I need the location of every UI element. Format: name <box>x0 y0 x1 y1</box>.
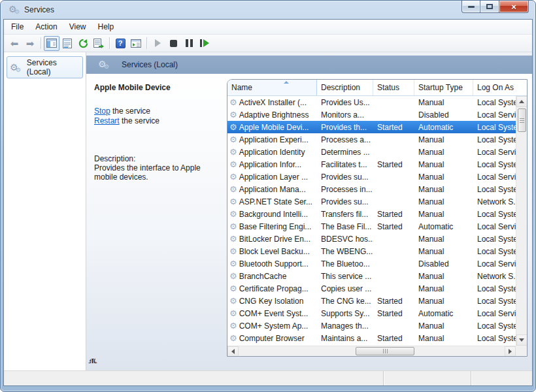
service-description-cell: Manages th... <box>317 319 373 332</box>
service-log-on-as-cell: Local Syste... <box>473 96 516 108</box>
export-list-button[interactable] <box>91 36 107 51</box>
service-row[interactable]: ⚙Application Infor... Facilitates t... S… <box>227 158 516 171</box>
service-startup-type-cell: Manual <box>414 282 473 295</box>
service-row[interactable]: ⚙COM+ System Ap... Manages th... Manual … <box>227 319 516 332</box>
service-gear-icon: ⚙ <box>229 148 237 156</box>
services-gear-icon: ⚙⚙ <box>10 63 20 73</box>
show-console-tree-button[interactable] <box>44 36 59 51</box>
service-row[interactable]: ⚙CNG Key Isolation The CNG ke... Started… <box>227 295 516 307</box>
service-row[interactable]: ⚙ActiveX Installer (... Provides Us... M… <box>227 96 516 108</box>
service-log-on-as-cell: Local Syste... <box>473 245 516 257</box>
service-row[interactable]: ⚙BranchCache This service ... Manual Net… <box>227 270 516 282</box>
service-row[interactable]: ⚙COM+ Event Syst... Supports Sy... Start… <box>227 307 516 319</box>
start-service-icon <box>155 39 161 47</box>
service-log-on-as-cell: Local Servic... <box>473 108 516 121</box>
service-row[interactable]: ⚙Application Identity Determines ... Man… <box>227 146 516 158</box>
column-header-description[interactable]: Description <box>317 80 373 95</box>
selected-service-title: Apple Mobile Device <box>94 83 224 92</box>
menu-file[interactable]: File <box>5 20 29 33</box>
properties-button[interactable] <box>59 36 75 51</box>
service-status-cell <box>373 183 414 195</box>
service-status-cell <box>373 146 414 158</box>
scroll-down-button[interactable] <box>516 335 528 346</box>
status-section <box>383 371 471 385</box>
forward-button[interactable]: ➡ <box>22 36 38 51</box>
column-header-status[interactable]: Status <box>373 80 414 95</box>
toolbar: ⬅ ➡ <box>4 35 532 52</box>
service-log-on-as-cell: Local Syste... <box>473 319 516 332</box>
chevron-up-icon <box>519 100 524 103</box>
start-service-button[interactable] <box>150 36 165 51</box>
refresh-button[interactable] <box>75 36 91 51</box>
service-gear-icon: ⚙ <box>229 272 237 280</box>
restart-service-icon <box>200 39 209 47</box>
service-row[interactable]: ⚙Application Mana... Processes in... Man… <box>227 183 516 195</box>
service-description-cell: Monitors a... <box>317 108 373 121</box>
services-window: ⚙⚙ Services × File Action View Help ⬅ ➡ <box>0 0 536 392</box>
service-row[interactable]: ⚙Apple Mobile Devi... Provides th... Sta… <box>227 121 516 133</box>
close-button[interactable]: × <box>499 1 529 13</box>
tree-item-label: Services (Local) <box>27 58 78 76</box>
stop-service-button[interactable] <box>165 36 181 51</box>
service-gear-icon: ⚙ <box>229 160 237 169</box>
service-gear-icon: ⚙ <box>229 247 237 255</box>
service-log-on-as-cell: Local Servic... <box>473 307 516 319</box>
service-row[interactable]: ⚙Bluetooth Support... The Bluetoo... Dis… <box>227 257 516 270</box>
service-startup-type-cell: Manual <box>414 171 473 183</box>
vertical-scrollbar[interactable] <box>516 96 527 346</box>
service-startup-type-cell: Manual <box>414 96 473 108</box>
service-name: Application Layer ... <box>239 172 308 182</box>
back-button[interactable]: ⬅ <box>7 36 22 51</box>
vertical-scroll-thumb[interactable] <box>518 108 526 132</box>
restart-service-link[interactable]: Restart <box>94 116 120 125</box>
service-row[interactable]: ⚙Application Layer ... Provides su... Ma… <box>227 171 516 183</box>
service-log-on-as-cell: Local Servic... <box>473 171 516 183</box>
menu-action[interactable]: Action <box>29 20 63 33</box>
service-row[interactable]: ⚙Certificate Propag... Copies user ... M… <box>227 282 516 295</box>
title-bar[interactable]: ⚙⚙ Services × <box>1 1 535 19</box>
service-description-cell: Provides su... <box>317 171 373 183</box>
service-startup-type-cell: Manual <box>414 332 473 344</box>
service-row[interactable]: ⚙Adaptive Brightness Monitors a... Disab… <box>227 108 516 121</box>
service-status-cell <box>373 257 414 270</box>
stop-service-link[interactable]: Stop <box>94 106 110 116</box>
extended-view-button[interactable] <box>128 36 144 51</box>
menu-help[interactable]: Help <box>92 20 120 33</box>
service-description-cell: Processes in... <box>317 183 373 195</box>
maximize-button[interactable] <box>480 1 499 13</box>
restart-service-button[interactable] <box>197 36 212 51</box>
column-header-log-on-as[interactable]: Log On As <box>473 80 527 95</box>
service-row[interactable]: ⚙Block Level Backu... The WBENG... Manua… <box>227 245 516 257</box>
service-status-cell: Started <box>373 158 414 171</box>
pause-service-button[interactable] <box>181 36 197 51</box>
service-description-cell: Processes a... <box>317 133 373 146</box>
service-status-cell <box>373 195 414 208</box>
service-description-cell: Facilitates t... <box>317 158 373 171</box>
help-button[interactable]: ? <box>112 36 128 51</box>
view-tabs: Extended Standard <box>86 354 532 370</box>
tree-item-services-local[interactable]: ⚙⚙ Services (Local) <box>7 56 83 78</box>
menu-view[interactable]: View <box>63 20 92 33</box>
chevron-left-icon <box>231 349 235 354</box>
service-gear-icon: ⚙ <box>229 185 237 193</box>
service-gear-icon: ⚙ <box>229 123 237 131</box>
sort-ascending-icon <box>284 81 289 84</box>
forward-icon: ➡ <box>26 39 35 48</box>
service-name: Background Intelli... <box>239 210 308 219</box>
column-header-name[interactable]: Name <box>227 80 317 95</box>
service-row[interactable]: ⚙ASP.NET State Ser... Provides su... Man… <box>227 195 516 208</box>
service-row[interactable]: ⚙Computer Browser Maintains a... Started… <box>227 332 516 344</box>
column-header-startup-type[interactable]: Startup Type <box>414 80 473 95</box>
service-row[interactable]: ⚙Application Experi... Processes a... Ma… <box>227 133 516 146</box>
properties-icon <box>63 39 72 48</box>
toolbar-separator <box>41 37 41 49</box>
service-gear-icon: ⚙ <box>229 172 237 181</box>
minimize-button[interactable] <box>461 1 480 13</box>
service-row[interactable]: ⚙Background Intelli... Transfers fil... … <box>227 208 516 220</box>
scroll-up-button[interactable] <box>516 96 528 107</box>
service-row[interactable]: ⚙Base Filtering Engi... The Base Fil... … <box>227 220 516 233</box>
service-row[interactable]: ⚙BitLocker Drive En... BDESVC hos... Man… <box>227 233 516 245</box>
chevron-right-icon <box>509 349 512 354</box>
toolbar-separator <box>109 37 110 49</box>
service-description-cell: Transfers fil... <box>317 208 373 220</box>
